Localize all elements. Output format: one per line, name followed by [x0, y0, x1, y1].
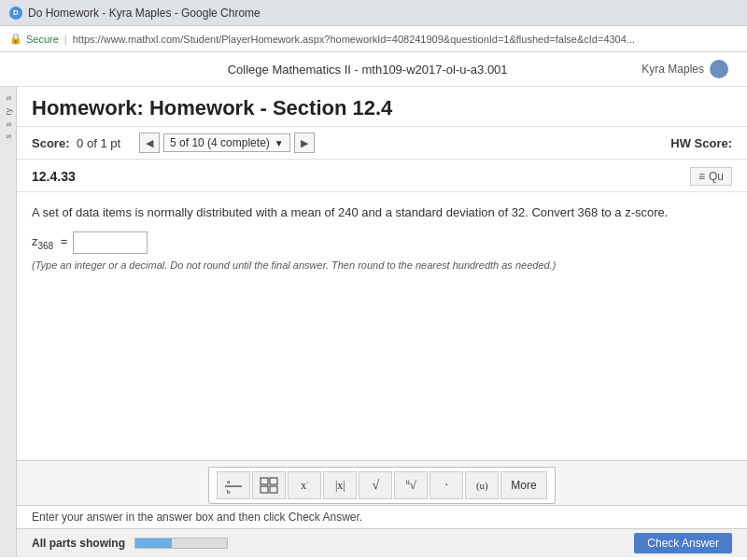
question-options-button[interactable]: ≡ Qu — [690, 167, 732, 186]
main-layout: s ry s s Homework: Homework - Section 12… — [0, 87, 747, 557]
browser-favicon: D — [9, 7, 22, 20]
math-toolbar: a b x· — [208, 467, 555, 504]
user-info: Kyra Maples — [641, 60, 728, 78]
score-value: 0 of 1 pt — [77, 136, 120, 150]
nav-next-button[interactable]: ▶ — [294, 133, 315, 153]
nav-progress-text: 5 of 10 (4 complete) — [170, 136, 270, 149]
bottom-instruction: Enter your answer in the answer box and … — [32, 511, 362, 524]
bottom-section: Enter your answer in the answer box and … — [17, 505, 747, 557]
sidebar-label-4: s — [4, 134, 13, 139]
nav-prev-button[interactable]: ◀ — [139, 133, 160, 153]
sidebar-label-2: ry — [4, 108, 13, 116]
lock-icon: 🔒 — [9, 33, 22, 45]
question-section-header: 12.4.33 ≡ Qu — [17, 160, 747, 192]
hw-title-bar: Homework: Homework - Section 12.4 — [17, 87, 747, 127]
secure-label: Secure — [26, 34, 59, 45]
question-options-icon: ≡ — [698, 170, 705, 183]
hw-score-right: HW Score: — [670, 136, 732, 150]
equals-sign: = — [61, 234, 68, 248]
svg-rect-6 — [270, 486, 277, 493]
parentheses-button[interactable]: (u) — [465, 471, 499, 499]
absolute-value-button[interactable]: |x| — [323, 471, 357, 499]
question-text: A set of data items is normally distribu… — [32, 203, 732, 222]
homework-title: Homework: Homework - Section 12.4 — [32, 96, 732, 120]
score-label: Score: 0 of 1 pt — [32, 136, 120, 150]
score-nav-bar: Score: 0 of 1 pt ◀ 5 of 10 (4 complete) … — [17, 127, 747, 160]
more-button[interactable]: More — [500, 471, 546, 499]
sidebar-label-3: s — [4, 122, 13, 127]
instruction-text: (Type an integer or a decimal. Do not ro… — [32, 259, 732, 271]
superscript-button[interactable]: x· — [288, 471, 321, 499]
top-header: College Mathematics II - mth109-w2017-ol… — [0, 52, 747, 87]
nav-dropdown-arrow: ▼ — [275, 138, 284, 148]
svg-text:a: a — [227, 478, 231, 485]
user-avatar-icon — [710, 60, 728, 78]
sqrt-button[interactable]: √ — [359, 471, 392, 499]
browser-title: Do Homework - Kyra Maples - Google Chrom… — [28, 7, 261, 20]
parts-showing-row: All parts showing Check Answer — [17, 528, 747, 557]
svg-rect-4 — [270, 478, 277, 484]
user-name: Kyra Maples — [641, 63, 704, 76]
answer-variable-label: z368 = — [32, 234, 67, 251]
parts-progress-fill — [135, 539, 172, 548]
parts-showing-label: All parts showing — [32, 537, 125, 550]
answer-input[interactable] — [73, 231, 148, 254]
question-options-label: Qu — [709, 170, 724, 183]
svg-text:b: b — [227, 488, 231, 495]
matrix-button[interactable] — [252, 471, 286, 499]
math-toolbar-container: a b x· — [17, 460, 747, 511]
page-wrapper: College Mathematics II - mth109-w2017-ol… — [0, 52, 747, 560]
url-text: https://www.mathxl.com/Student/PlayerHom… — [73, 34, 635, 45]
question-body: A set of data items is normally distribu… — [17, 192, 747, 282]
parts-progress-bar — [134, 538, 228, 549]
question-number: 12.4.33 — [32, 169, 76, 184]
browser-titlebar: D Do Homework - Kyra Maples - Google Chr… — [0, 0, 747, 26]
nav-progress: 5 of 10 (4 complete) ▼ — [163, 133, 290, 152]
svg-rect-5 — [261, 486, 268, 493]
main-content: Homework: Homework - Section 12.4 Score:… — [17, 87, 747, 557]
answer-row: z368 = — [32, 231, 732, 254]
fraction-button[interactable]: a b — [217, 471, 250, 499]
course-title: College Mathematics II - mth109-w2017-ol… — [93, 63, 641, 77]
check-answer-button[interactable]: Check Answer — [634, 533, 732, 553]
bottom-instruction-bar: Enter your answer in the answer box and … — [17, 505, 747, 528]
nth-root-button[interactable]: n√ — [394, 471, 428, 499]
browser-addressbar: 🔒 Secure | https://www.mathxl.com/Studen… — [0, 26, 747, 52]
sidebar-label-1: s — [4, 96, 13, 101]
dot-button[interactable]: · — [430, 471, 463, 499]
sidebar-left: s ry s s — [0, 87, 17, 557]
nav-controls: ◀ 5 of 10 (4 complete) ▼ ▶ — [139, 133, 315, 153]
svg-rect-3 — [261, 478, 268, 484]
